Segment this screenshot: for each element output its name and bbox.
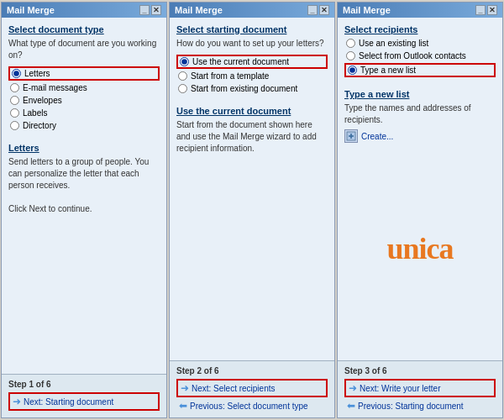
panel-2-description: Use the current document Start from the … [176,106,328,155]
prev-arrow-2: ⬅ [179,400,187,412]
option-envelopes[interactable]: Envelopes [8,95,160,106]
panel-1-question: What type of document are you working on… [8,38,160,61]
option-outlook-label: Select from Outlook contacts [359,51,466,60]
prev-starting-doc[interactable]: ⬅ Previous: Starting document [344,399,496,412]
panel-3-description: Type a new list Type the names and addre… [344,89,496,143]
radio-new-list[interactable] [348,66,357,75]
option-existing-list[interactable]: Use an existing list [344,38,496,49]
minimize-btn-1[interactable]: _ [139,5,150,15]
radio-envelopes[interactable] [10,96,19,105]
panel-2-title: Mail Merge [175,5,223,15]
panel-1-desc-text: Send letters to a group of people. You c… [8,156,160,215]
option-outlook[interactable]: Select from Outlook contacts [344,50,496,61]
close-btn-2[interactable]: ✕ [319,5,329,15]
close-btn-3[interactable]: ✕ [487,5,497,15]
option-directory[interactable]: Directory [8,120,160,131]
panel-1-desc-title: Letters [8,143,160,153]
radio-letters[interactable] [12,69,21,78]
prev-label-3: Previous: Starting document [358,402,464,411]
next-label-1: Next: Starting document [24,397,113,407]
panel-2-step: Step 2 of 6 [176,366,328,375]
create-icon [344,129,358,143]
panel-1-step: Step 1 of 6 [8,380,160,389]
panels-container: Mail Merge _ ✕ Select document type What… [0,0,504,420]
prev-label-2: Previous: Select document type [190,402,308,411]
panel-1-section-title: Select document type [8,24,160,34]
option-labels[interactable]: Labels [8,108,160,118]
prev-arrow-3: ⬅ [347,400,355,412]
panel-3-title: Mail Merge [343,5,391,15]
close-btn-1[interactable]: ✕ [151,5,161,15]
option-envelopes-label: Envelopes [23,96,62,105]
option-email-label: E-mail messages [23,83,87,92]
panel-2-desc-text: Start from the document shown here and u… [176,119,328,155]
radio-directory[interactable] [10,121,19,130]
option-existing-doc[interactable]: Start from existing document [176,83,328,94]
panel-3-desc-title: Type a new list [344,89,496,99]
panel-3-desc-text: Type the names and addresses of recipien… [344,102,496,126]
option-labels-label: Labels [23,108,47,118]
panel-3: Mail Merge _ ✕ Select recipients Use an … [337,2,503,418]
option-current-doc-label: Use the current document [192,57,289,66]
panel-1-titlebar: Mail Merge _ ✕ [2,3,166,18]
option-letters[interactable]: Letters [8,66,160,81]
panel-2-titlebar: Mail Merge _ ✕ [170,3,334,18]
logo-area: unica [344,143,496,354]
next-starting-doc[interactable]: ➜ Next: Starting document [8,392,160,411]
radio-current-doc[interactable] [180,57,189,66]
panel-1: Mail Merge _ ✕ Select document type What… [1,2,167,418]
option-existing-list-label: Use an existing list [359,39,428,48]
panel-1-content: Select document type What type of docume… [2,18,166,374]
option-template-label: Start from a template [191,71,269,81]
panel-2: Mail Merge _ ✕ Select starting document … [169,2,335,418]
panel-3-footer: Step 3 of 6 ➜ Next: Write your letter ⬅ … [338,360,502,417]
option-email[interactable]: E-mail messages [8,82,160,93]
panel-3-titlebar: Mail Merge _ ✕ [338,3,502,18]
titlebar-buttons-1: _ ✕ [139,5,161,15]
next-arrow-1: ➜ [13,396,21,407]
panel-3-section-title: Select recipients [344,24,496,34]
titlebar-buttons-2: _ ✕ [307,5,329,15]
panel-2-desc-title: Use the current document [176,106,328,116]
option-template[interactable]: Start from a template [176,71,328,81]
radio-outlook[interactable] [346,51,355,60]
option-letters-label: Letters [24,69,50,78]
panel-1-options: Letters E-mail messages Envelopes Labels… [8,66,160,131]
option-directory-label: Directory [23,121,56,130]
create-link[interactable]: Create... [344,129,496,143]
next-arrow-3: ➜ [349,382,357,394]
radio-email[interactable] [10,83,19,92]
next-arrow-2: ➜ [181,382,189,394]
next-label-3: Next: Write your letter [360,384,441,393]
next-select-recipients[interactable]: ➜ Next: Select recipients [176,379,328,397]
radio-labels[interactable] [10,108,19,118]
radio-existing-list[interactable] [346,39,355,48]
next-label-2: Next: Select recipients [192,384,276,393]
prev-select-doc-type[interactable]: ⬅ Previous: Select document type [176,399,328,412]
minimize-btn-3[interactable]: _ [475,5,486,15]
option-existing-doc-label: Start from existing document [191,84,297,93]
panel-1-description: Letters Send letters to a group of peopl… [8,143,160,215]
panel-2-section-title: Select starting document [176,24,328,34]
create-label: Create... [361,132,393,141]
panel-3-content: Select recipients Use an existing list S… [338,18,502,360]
radio-existing-doc[interactable] [178,84,187,93]
panel-2-content: Select starting document How do you want… [170,18,334,360]
minimize-btn-2[interactable]: _ [307,5,318,15]
panel-2-question: How do you want to set up your letters? [176,38,328,50]
panel-1-footer: Step 1 of 6 ➜ Next: Starting document [2,374,166,417]
panel-3-options: Use an existing list Select from Outlook… [344,38,496,77]
option-new-list-label: Type a new list [360,66,416,75]
titlebar-buttons-3: _ ✕ [475,5,497,15]
option-current-doc[interactable]: Use the current document [176,55,328,69]
radio-template[interactable] [178,71,187,81]
option-new-list[interactable]: Type a new list [344,63,496,77]
panel-2-options: Use the current document Start from a te… [176,55,328,94]
panel-1-title: Mail Merge [7,5,55,15]
panel-3-step: Step 3 of 6 [344,366,496,375]
next-write-letter[interactable]: ➜ Next: Write your letter [344,379,496,397]
panel-2-footer: Step 2 of 6 ➜ Next: Select recipients ⬅ … [170,360,334,417]
unica-logo: unica [386,231,453,266]
